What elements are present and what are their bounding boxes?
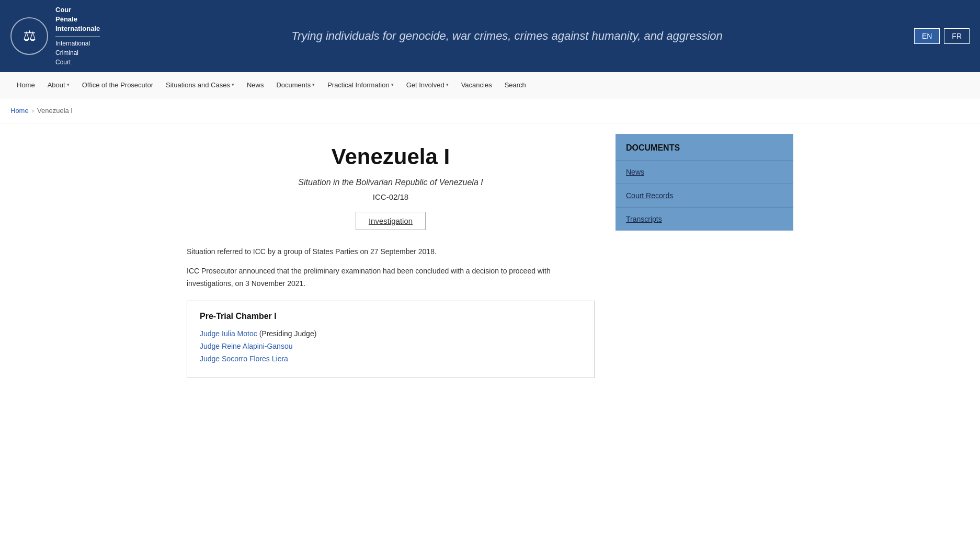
site-header: ⚖ Cour Pénale Internationale Internation… [0,0,980,72]
lang-fr-button[interactable]: FR [944,28,970,44]
sidebar-news-link[interactable]: News [616,161,793,184]
about-chevron-icon: ▾ [67,82,70,87]
judge-1-row: Judge Iulia Motoc (Presiding Judge) [200,329,582,338]
judge-2-row: Judge Reine Alapini-Gansou [200,342,582,350]
nav-vacancies[interactable]: Vacancies [455,74,498,96]
header-tagline: Trying individuals for genocide, war cri… [100,29,914,43]
page-title-area: Venezuela I Situation in the Bolivarian … [187,134,595,246]
logo-icon: ⚖ [10,17,48,55]
nav-search[interactable]: Search [498,74,532,96]
situations-chevron-icon: ▾ [232,82,234,87]
judge-2-link[interactable]: Judge Reine Alapini-Gansou [200,342,582,350]
logo-area: ⚖ Cour Pénale Internationale Internation… [10,5,100,67]
nav-practical-info[interactable]: Practical Information▾ [321,74,400,96]
nav-office-prosecutor[interactable]: Office of the Prosecutor [76,74,159,96]
documents-chevron-icon: ▾ [312,82,315,87]
documents-panel-header: DOCUMENTS [616,134,793,161]
breadcrumb-home-link[interactable]: Home [10,107,29,115]
judge-3-row: Judge Socorro Flores Liera [200,355,582,363]
breadcrumb-current: Venezuela I [37,107,73,115]
chamber-title: Pre-Trial Chamber I [200,312,582,321]
breadcrumb-separator: › [32,107,34,115]
practical-chevron-icon: ▾ [391,82,394,87]
sidebar: DOCUMENTS News Court Records Transcripts [616,134,793,378]
description-2: ICC Prosecutor announced that the prelim… [187,265,595,290]
nav-situations-cases[interactable]: Situations and Cases▾ [159,74,241,96]
page-title: Venezuela I [187,144,595,169]
court-name-english: International Criminal Court [55,39,100,67]
description-1: Situation referred to ICC by a group of … [187,246,595,258]
chamber-box: Pre-Trial Chamber I Judge Iulia Motoc (P… [187,301,595,378]
case-number: ICC-02/18 [187,192,595,201]
content-left: Venezuela I Situation in the Bolivarian … [187,134,595,378]
court-name-french: Cour Pénale Internationale [55,5,100,34]
lang-en-button[interactable]: EN [914,28,940,44]
breadcrumb: Home › Venezuela I [0,98,980,123]
nav-get-involved[interactable]: Get Involved▾ [400,74,455,96]
page-subtitle: Situation in the Bolivarian Republic of … [187,178,595,187]
main-nav: Home About▾ Office of the Prosecutor Sit… [0,72,980,98]
sidebar-transcripts-link[interactable]: Transcripts [616,208,793,231]
judge-1-role: (Presiding Judge) [259,329,317,338]
main-content: Venezuela I Situation in the Bolivarian … [176,123,804,399]
language-switcher: EN FR [914,28,970,44]
nav-home[interactable]: Home [10,74,41,96]
nav-news[interactable]: News [241,74,270,96]
investigation-badge[interactable]: Investigation [356,212,426,230]
judge-3-link[interactable]: Judge Socorro Flores Liera [200,355,582,363]
nav-about[interactable]: About▾ [41,74,76,96]
logo-text: Cour Pénale Internationale International… [55,5,100,67]
sidebar-court-records-link[interactable]: Court Records [616,184,793,208]
nav-documents[interactable]: Documents▾ [270,74,321,96]
judge-1-link[interactable]: Judge Iulia Motoc (Presiding Judge) [200,329,582,338]
get-involved-chevron-icon: ▾ [446,82,449,87]
documents-panel: DOCUMENTS News Court Records Transcripts [616,134,793,231]
